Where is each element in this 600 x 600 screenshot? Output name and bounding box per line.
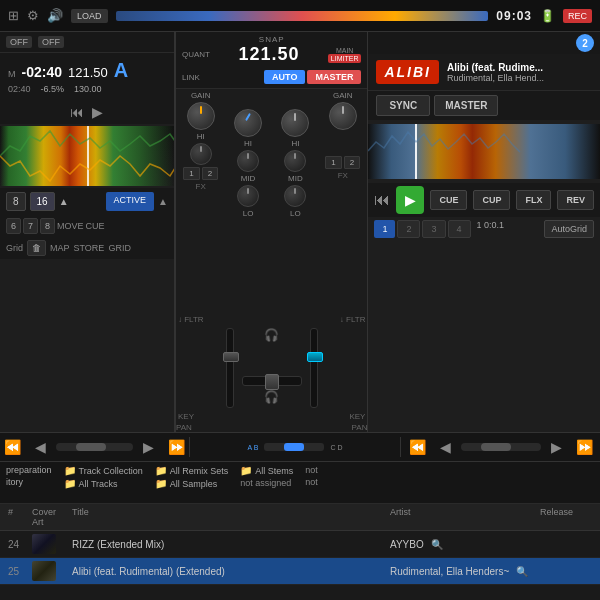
grid-num-1[interactable]: 6 — [6, 218, 21, 234]
hi-label-c: HI — [244, 139, 252, 148]
trash-icon[interactable]: 🗑 — [27, 240, 46, 256]
hi-knob-left[interactable] — [190, 143, 212, 165]
fader-track-left[interactable] — [226, 328, 234, 408]
nav-right: ⏪ ◀ ▶ ⏩ — [400, 437, 600, 457]
lo-knob-r[interactable] — [284, 185, 306, 207]
grid-num-2[interactable]: 7 — [23, 218, 38, 234]
deck-time: -02:40 — [22, 64, 62, 80]
sync-button[interactable]: SYNC — [376, 95, 430, 116]
gain-knob-right[interactable] — [329, 102, 357, 130]
nav-rewind-btn-r[interactable]: ⏪ — [405, 437, 430, 457]
ch-strip-center-r: HI MID LO — [273, 91, 318, 313]
nav-prev-btn[interactable]: ◀ — [31, 437, 50, 457]
lo-knob[interactable] — [237, 185, 259, 207]
browser-not-2[interactable]: not — [305, 477, 318, 487]
folder-icon-2: 📁 — [64, 478, 76, 489]
row-2-cover — [28, 560, 68, 582]
gain-label-left: GAIN — [191, 91, 211, 100]
browser-not-assigned[interactable]: not assigned — [240, 478, 293, 488]
beat-counter: 1 0:0.1 — [473, 220, 509, 238]
load-button[interactable]: LOAD — [71, 9, 108, 23]
table-header: # Cover Art Title Artist Release — [0, 504, 600, 531]
nav-next-btn[interactable]: ▶ — [139, 437, 158, 457]
table-row-selected[interactable]: 25 Alibi (feat. Rudimental) (Extended) R… — [0, 558, 600, 585]
row-2-artist: Rudimental, Ella Henders~ 🔍 — [386, 565, 536, 578]
browser-not-1[interactable]: not — [305, 465, 318, 475]
grid-btn-label: GRID — [108, 243, 131, 253]
browser-all-stems[interactable]: 📁 All Stems — [240, 465, 293, 476]
headphone-icon-right[interactable]: 🎧 — [264, 390, 279, 404]
hotcue-1[interactable]: 1 — [374, 220, 395, 238]
deck-bpm: 121.50 — [68, 65, 108, 80]
hotcue-3[interactable]: 3 — [422, 220, 445, 238]
limiter-label: LIMITER — [328, 54, 362, 63]
browser-all-tracks[interactable]: 📁 All Tracks — [64, 478, 143, 489]
th-cover: Cover Art — [28, 506, 68, 528]
rec-button[interactable]: REC — [563, 9, 592, 23]
beat-16-btn[interactable]: 16 — [30, 192, 55, 211]
nav-rewind-btn[interactable]: ⏪ — [0, 437, 25, 457]
deck-time-b: 02:40 — [8, 84, 31, 94]
ch-2-btn-r[interactable]: 2 — [344, 156, 360, 169]
nav-scrollbar-left[interactable] — [56, 443, 133, 451]
hotcue-2[interactable]: 2 — [397, 220, 420, 238]
browser-section-1: preparation itory — [6, 465, 52, 500]
flx-button[interactable]: FLX — [516, 190, 551, 210]
master-snap-btn[interactable]: MASTER — [307, 70, 361, 84]
alibi-logo: ALIBI — [376, 60, 439, 84]
browser-remix-sets[interactable]: 📁 All Remix Sets — [155, 465, 229, 476]
nav-next-btn-r[interactable]: ▶ — [547, 437, 566, 457]
cue-button[interactable]: CUE — [430, 190, 467, 210]
hi-knob-center[interactable] — [234, 109, 262, 137]
chevron-right-icon[interactable]: ▲ — [158, 192, 168, 211]
play-btn-left[interactable]: ▶ — [92, 104, 103, 120]
headphone-icon-left[interactable]: 🎧 — [264, 328, 279, 342]
play-btn-right[interactable]: ▶ — [396, 186, 424, 214]
top-bar: ⊞ ⚙ 🔊 LOAD 09:03 🔋 REC — [0, 0, 600, 32]
autogrid-button[interactable]: AutoGrid — [544, 220, 594, 238]
fader-track-right[interactable] — [310, 328, 318, 408]
mid-knob-r[interactable] — [284, 150, 306, 172]
cup-button[interactable]: CUP — [473, 190, 510, 210]
ch-2-btn[interactable]: 2 — [202, 167, 218, 180]
fader-handle-left[interactable] — [223, 352, 239, 362]
ch-1-btn-r[interactable]: 1 — [325, 156, 341, 169]
gain-knob-left[interactable] — [187, 102, 215, 130]
ch-1-btn[interactable]: 1 — [183, 167, 199, 180]
chevron-up-icon[interactable]: ▲ — [59, 192, 69, 211]
grid-num-3[interactable]: 8 — [40, 218, 55, 234]
move-label: MOVE — [57, 221, 84, 231]
pan-label-right: PAN — [352, 423, 368, 432]
left-deck-info: M -02:40 121.50 A 02:40 -6.5% 130.00 — [0, 53, 174, 100]
auto-btn[interactable]: AUTO — [264, 70, 305, 84]
nav-fwd-btn-r[interactable]: ⏩ — [572, 437, 597, 457]
off-label-2: OFF — [38, 36, 64, 48]
rev-button[interactable]: REV — [557, 190, 594, 210]
back-btn[interactable]: ⏮ — [70, 104, 84, 120]
nav-scrollbar-thumb-r[interactable] — [481, 443, 511, 451]
nav-scrollbar-thumb[interactable] — [76, 443, 106, 451]
deck-mode: M — [8, 69, 16, 79]
browser-preparation[interactable]: preparation — [6, 465, 52, 475]
browser-track-collection[interactable]: 📁 Track Collection — [64, 465, 143, 476]
gain-label-right: GAIN — [333, 91, 353, 100]
xfader-handle[interactable] — [265, 374, 279, 390]
hotcue-4[interactable]: 4 — [448, 220, 471, 238]
prev-btn-right[interactable]: ⏮ — [374, 191, 390, 209]
fader-handle-right[interactable] — [307, 352, 323, 362]
mid-knob[interactable] — [237, 150, 259, 172]
table-row[interactable]: 24 RIZZ (Extended Mix) AYYBO 🔍 — [0, 531, 600, 558]
master-button[interactable]: MASTER — [434, 95, 498, 116]
browser-itory[interactable]: itory — [6, 477, 52, 487]
nav-scrollbar-right[interactable] — [461, 443, 541, 451]
nav-fwd-btn[interactable]: ⏩ — [164, 437, 189, 457]
beat-8-btn[interactable]: 8 — [6, 192, 26, 211]
hi-knob-right[interactable] — [281, 109, 309, 137]
left-deck: OFF OFF M -02:40 121.50 A 02:40 -6.5% 13… — [0, 32, 175, 432]
xfader-track[interactable] — [242, 376, 302, 386]
track-title: Alibi (feat. Rudime... — [447, 62, 592, 73]
key-label-left: KEY — [178, 412, 194, 421]
row-1-title: RIZZ (Extended Mix) — [68, 538, 386, 551]
browser-all-samples[interactable]: 📁 All Samples — [155, 478, 229, 489]
nav-prev-btn-r[interactable]: ◀ — [436, 437, 455, 457]
